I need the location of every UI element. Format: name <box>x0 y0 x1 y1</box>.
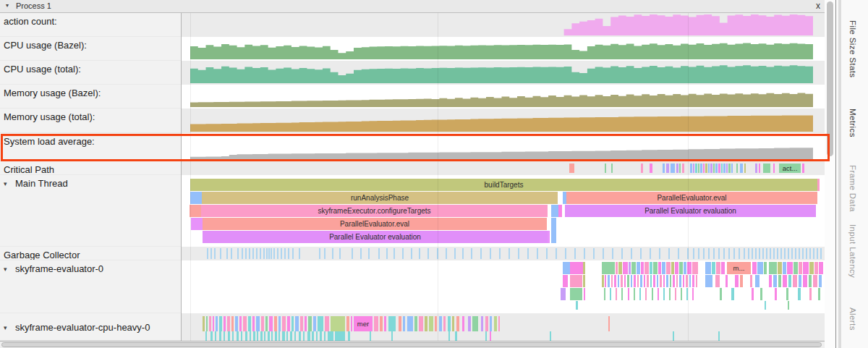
track-bar[interactable] <box>715 164 718 173</box>
track-bar[interactable] <box>710 164 712 173</box>
track-bar[interactable] <box>269 316 273 331</box>
track-bar[interactable] <box>250 331 251 341</box>
gc-tick[interactable] <box>271 248 272 259</box>
tab-frame-data[interactable]: Frame Data <box>848 165 857 212</box>
gc-tick[interactable] <box>263 248 265 259</box>
gc-tick[interactable] <box>752 248 753 259</box>
flame-segment[interactable]: skyframeExecutor.configureTargets <box>201 205 548 217</box>
track-bar[interactable] <box>614 275 616 287</box>
track-bar[interactable] <box>803 275 807 287</box>
track-bar[interactable] <box>231 316 234 331</box>
track-bar[interactable] <box>692 275 694 287</box>
track-bar[interactable] <box>809 275 812 287</box>
track-bar[interactable] <box>287 316 290 331</box>
track-bar[interactable] <box>563 275 568 287</box>
track-bar[interactable] <box>644 275 645 287</box>
gc-tick[interactable] <box>446 248 447 259</box>
track-bar[interactable] <box>690 164 692 173</box>
track-bar[interactable] <box>253 331 255 341</box>
gc-tick[interactable] <box>777 248 778 259</box>
track-bar[interactable] <box>705 275 712 287</box>
track-bar[interactable] <box>698 164 699 173</box>
gc-tick[interactable] <box>668 248 670 259</box>
track-bar[interactable] <box>241 331 242 341</box>
track-bar[interactable] <box>419 316 423 331</box>
track-bar[interactable] <box>631 275 632 287</box>
track-bar[interactable] <box>736 164 738 173</box>
track-bar[interactable] <box>308 316 312 331</box>
track-bar[interactable] <box>641 262 644 274</box>
track-bar[interactable] <box>650 164 652 173</box>
cpu-usage-total-chart[interactable] <box>190 62 813 83</box>
track-bar[interactable] <box>261 316 264 331</box>
track-bar[interactable] <box>448 316 451 331</box>
gc-tick[interactable] <box>612 248 613 259</box>
track-bar[interactable] <box>608 316 610 331</box>
track-bar[interactable] <box>219 316 222 331</box>
gc-tick[interactable] <box>728 248 730 259</box>
track-bar[interactable] <box>374 316 378 331</box>
track-bar[interactable] <box>257 331 258 341</box>
gc-tick[interactable] <box>368 248 370 259</box>
track-bar[interactable] <box>494 316 497 331</box>
track-bar[interactable] <box>602 275 604 287</box>
track-bar[interactable] <box>705 164 707 173</box>
track-bar[interactable] <box>320 331 322 341</box>
track-bar[interactable] <box>384 316 386 331</box>
action-count-chart[interactable] <box>190 14 813 35</box>
horizontal-scrollbar[interactable] <box>0 341 825 348</box>
track-bar[interactable] <box>618 262 622 274</box>
gc-tick[interactable] <box>791 248 793 259</box>
track-bar[interactable] <box>252 316 255 331</box>
gc-tick[interactable] <box>788 248 789 259</box>
track-bar[interactable] <box>660 275 662 287</box>
track-bar[interactable] <box>676 164 678 173</box>
track-bar[interactable] <box>645 288 647 300</box>
memory-usage-bazel-chart[interactable] <box>190 86 813 107</box>
track-bar[interactable] <box>570 262 583 274</box>
gc-tick[interactable] <box>739 248 740 259</box>
track-bar[interactable] <box>752 262 757 274</box>
flame-segment[interactable] <box>551 205 558 217</box>
gc-tick[interactable] <box>748 248 749 259</box>
tab-alerts[interactable]: Alerts <box>848 307 857 331</box>
track-bar[interactable] <box>439 316 442 331</box>
gc-tick[interactable] <box>249 248 250 259</box>
track-bar[interactable] <box>640 275 642 287</box>
track-bar[interactable] <box>713 164 715 173</box>
track-bar[interactable] <box>715 275 720 287</box>
gc-tick[interactable] <box>780 248 782 259</box>
gc-tick[interactable] <box>718 248 720 259</box>
track-bar[interactable] <box>721 262 725 274</box>
track-bar[interactable] <box>616 262 618 274</box>
vertical-scrollbar[interactable] <box>825 0 835 348</box>
track-bar[interactable] <box>818 288 820 300</box>
gc-tick[interactable] <box>411 248 412 259</box>
gc-tick[interactable] <box>806 248 807 259</box>
gc-tick[interactable] <box>490 248 491 259</box>
track-bar[interactable] <box>673 331 674 341</box>
track-bar[interactable] <box>569 164 574 173</box>
track-bar[interactable] <box>658 288 659 300</box>
track-bar[interactable] <box>740 275 743 287</box>
flame-segment[interactable] <box>558 205 562 217</box>
track-bar[interactable] <box>731 164 733 173</box>
track-bar[interactable] <box>819 262 823 274</box>
flame-segment[interactable] <box>190 205 201 217</box>
track-bar[interactable] <box>731 288 734 300</box>
flame-segment[interactable] <box>817 179 820 191</box>
gc-tick[interactable] <box>703 248 705 259</box>
gc-tick[interactable] <box>352 248 353 259</box>
track-bar[interactable] <box>683 275 684 287</box>
track-bar[interactable] <box>787 262 793 274</box>
track-bar[interactable] <box>227 316 230 331</box>
track-bar[interactable] <box>712 262 715 274</box>
track-bar[interactable] <box>608 275 610 287</box>
track-bar[interactable] <box>623 262 628 274</box>
track-bar[interactable] <box>206 316 208 331</box>
track-bar[interactable] <box>669 288 671 300</box>
track-bar[interactable] <box>629 262 631 274</box>
track-bar[interactable] <box>209 316 211 331</box>
track-bar[interactable] <box>490 331 491 341</box>
track-bar[interactable] <box>346 316 349 331</box>
